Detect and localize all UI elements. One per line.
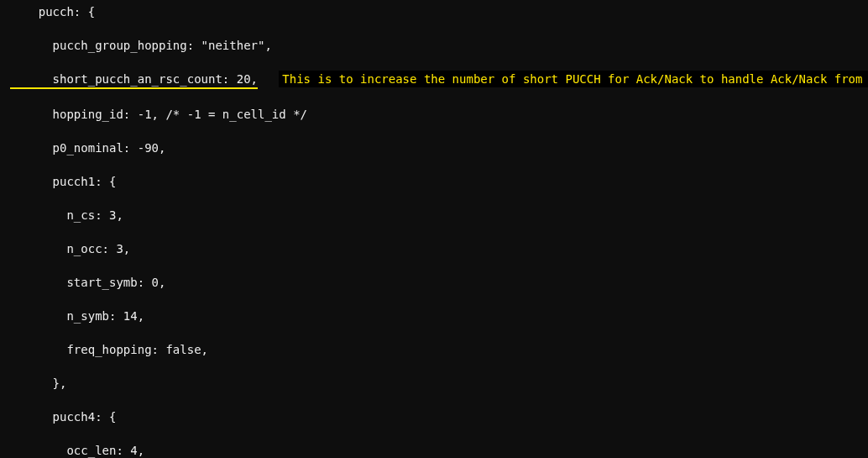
code-line: pucch4: { — [0, 408, 868, 425]
code-line: hopping_id: -1, /* -1 = n_cell_id */ — [0, 106, 868, 123]
code-line: p0_nominal: -90, — [0, 140, 868, 156]
code-line: freq_hopping: false, — [0, 341, 868, 358]
code-line: n_occ: 3, — [0, 240, 868, 257]
code-line: pucch: { — [0, 3, 868, 20]
code-block-pucch: pucch: { pucch_group_hopping: "neither",… — [0, 0, 868, 458]
highlighted-code-short-pucch: short_pucch_an_rsc_count: 20, — [10, 71, 258, 89]
code-line-annotated: short_pucch_an_rsc_count: 20, This is to… — [0, 71, 868, 89]
code-line: start_symb: 0, — [0, 274, 868, 291]
code-line: pucch1: { — [0, 173, 868, 190]
code-line: n_symb: 14, — [0, 308, 868, 324]
annotation-short-pucch: This is to increase the number of short … — [279, 71, 868, 87]
code-line: }, — [0, 375, 868, 392]
code-line: pucch_group_hopping: "neither", — [0, 37, 868, 54]
code-line: n_cs: 3, — [0, 207, 868, 224]
code-line: occ_len: 4, — [0, 442, 868, 458]
